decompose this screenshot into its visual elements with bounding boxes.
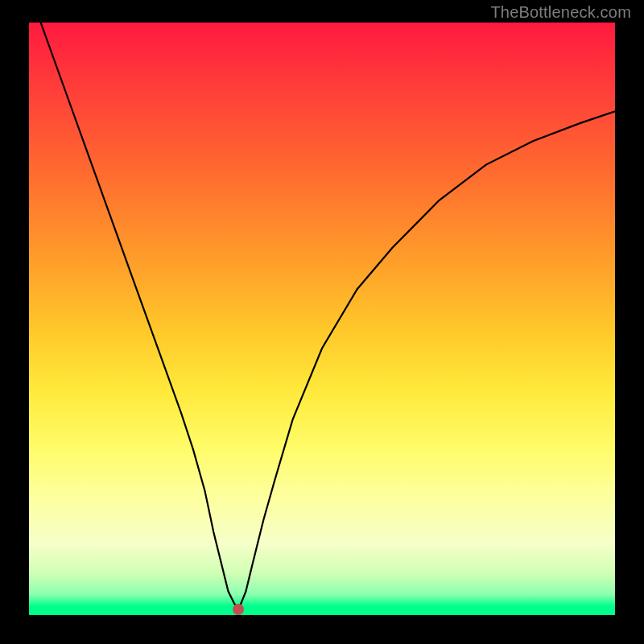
bottleneck-curve	[29, 23, 615, 615]
plot-area	[29, 23, 615, 615]
watermark-text: TheBottleneck.com	[490, 3, 631, 22]
optimum-marker	[233, 604, 244, 615]
chart-frame: TheBottleneck.com	[0, 0, 644, 644]
